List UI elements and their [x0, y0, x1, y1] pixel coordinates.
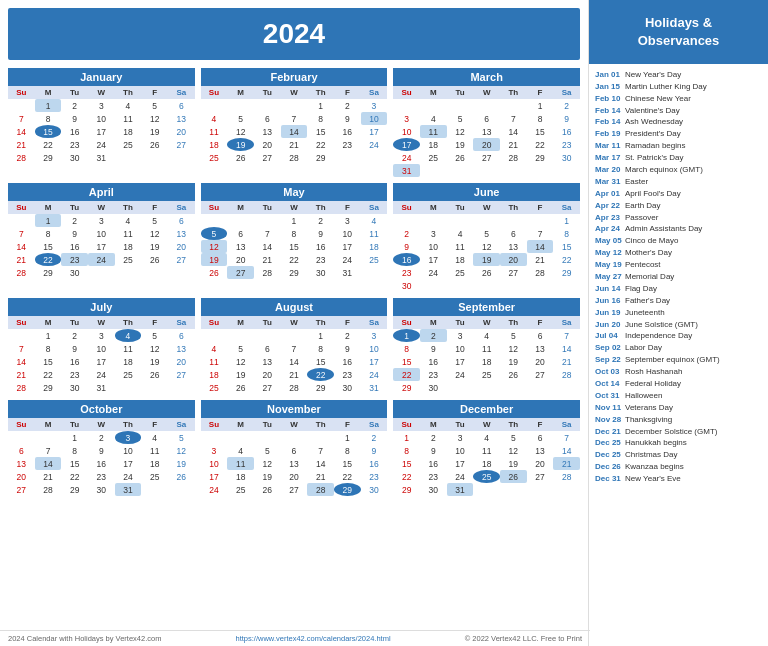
empty-cell	[8, 99, 35, 112]
day-cell: 15	[307, 355, 334, 368]
day-cell: 5	[201, 227, 228, 240]
month-header: August	[201, 298, 388, 316]
day-cell: 19	[227, 138, 254, 151]
day-cell: 30	[88, 483, 115, 496]
month-header: February	[201, 68, 388, 86]
day-cell: 13	[8, 457, 35, 470]
day-cell: 24	[88, 253, 115, 266]
day-name: M	[227, 316, 254, 329]
holiday-name: Ramadan begins	[625, 141, 685, 151]
holiday-item: May 19Pentecost	[595, 260, 762, 270]
month-header: April	[8, 183, 195, 201]
day-cell: 24	[361, 368, 388, 381]
day-cell: 4	[115, 99, 142, 112]
day-name: Tu	[447, 201, 474, 214]
day-cell: 7	[8, 227, 35, 240]
holiday-date: Jan 01	[595, 70, 625, 80]
day-cell: 4	[447, 227, 474, 240]
day-cell: 26	[168, 470, 195, 483]
footer-center: https://www.vertex42.com/calendars/2024.…	[236, 634, 391, 643]
month-header: March	[393, 68, 580, 86]
day-cell: 25	[141, 470, 168, 483]
holiday-name: Veterans Day	[625, 403, 673, 413]
holiday-name: Christmas Day	[625, 450, 677, 460]
holiday-date: Oct 14	[595, 379, 625, 389]
day-cell: 7	[8, 112, 35, 125]
holiday-name: New Year's Day	[625, 70, 681, 80]
holiday-name: June Solstice (GMT)	[625, 320, 698, 330]
day-name: Sa	[168, 316, 195, 329]
day-cell: 25	[473, 470, 500, 483]
holiday-name: Mother's Day	[625, 248, 672, 258]
months-grid: JanuarySuMTuWThFSa1234567891011121314151…	[8, 68, 580, 496]
day-cell: 17	[420, 253, 447, 266]
day-cell: 2	[393, 227, 420, 240]
day-cell: 8	[334, 444, 361, 457]
day-cell: 17	[334, 240, 361, 253]
day-cell: 29	[553, 266, 580, 279]
day-cell: 23	[61, 368, 88, 381]
day-cell: 23	[393, 266, 420, 279]
day-cell: 15	[334, 457, 361, 470]
month-header: November	[201, 400, 388, 418]
holiday-name: Valentine's Day	[625, 106, 680, 116]
day-name: W	[473, 316, 500, 329]
holiday-date: Jun 19	[595, 308, 625, 318]
holiday-name: Admin Assistants Day	[625, 224, 702, 234]
day-name: M	[35, 316, 62, 329]
day-cell: 6	[168, 99, 195, 112]
day-name: Tu	[61, 201, 88, 214]
holiday-name: Labor Day	[625, 343, 662, 353]
empty-cell	[254, 431, 281, 444]
holiday-item: Feb 14Ash Wednesday	[595, 117, 762, 127]
day-name: Su	[8, 418, 35, 431]
holiday-name: Pentecost	[625, 260, 661, 270]
footer-left: 2024 Calendar with Holidays by Vertex42.…	[8, 634, 161, 643]
month-block: MaySuMTuWThFSa12345678910111213141516171…	[201, 183, 388, 292]
day-cell: 7	[35, 444, 62, 457]
day-name: M	[35, 201, 62, 214]
day-cell: 1	[307, 99, 334, 112]
day-cell: 13	[527, 444, 554, 457]
day-cell: 14	[500, 125, 527, 138]
day-cell: 22	[307, 138, 334, 151]
day-cell: 2	[334, 99, 361, 112]
day-name: Su	[8, 201, 35, 214]
day-cell: 18	[447, 253, 474, 266]
day-cell: 14	[553, 444, 580, 457]
holiday-date: Apr 23	[595, 213, 625, 223]
day-cell: 4	[115, 214, 142, 227]
day-cell: 21	[8, 368, 35, 381]
empty-cell	[8, 431, 35, 444]
day-cell: 28	[8, 266, 35, 279]
holiday-item: Dec 26Kwanzaa begins	[595, 462, 762, 472]
holiday-date: Feb 14	[595, 117, 625, 127]
holiday-date: Sep 02	[595, 343, 625, 353]
day-cell: 20	[168, 240, 195, 253]
day-cell: 3	[115, 431, 142, 444]
holiday-name: Halloween	[625, 391, 662, 401]
day-cell: 7	[527, 227, 554, 240]
day-cell: 28	[553, 470, 580, 483]
day-name: W	[281, 86, 308, 99]
day-cell: 27	[281, 483, 308, 496]
day-cell: 16	[61, 240, 88, 253]
day-cell: 22	[393, 368, 420, 381]
day-cell: 14	[35, 457, 62, 470]
day-cell: 12	[227, 355, 254, 368]
day-cell: 3	[447, 431, 474, 444]
day-cell: 19	[141, 355, 168, 368]
holiday-name: Federal Holiday	[625, 379, 681, 389]
day-cell: 30	[334, 381, 361, 394]
footer-right: © 2022 Vertex42 LLC. Free to Print	[465, 634, 582, 643]
holiday-item: Jun 20June Solstice (GMT)	[595, 320, 762, 330]
day-cell: 12	[227, 125, 254, 138]
day-cell: 12	[141, 227, 168, 240]
holiday-date: May 19	[595, 260, 625, 270]
day-cell: 17	[393, 138, 420, 151]
day-cell: 18	[201, 368, 228, 381]
day-cell: 6	[168, 214, 195, 227]
day-cell: 11	[201, 355, 228, 368]
day-cell: 28	[8, 381, 35, 394]
day-cell: 4	[473, 431, 500, 444]
